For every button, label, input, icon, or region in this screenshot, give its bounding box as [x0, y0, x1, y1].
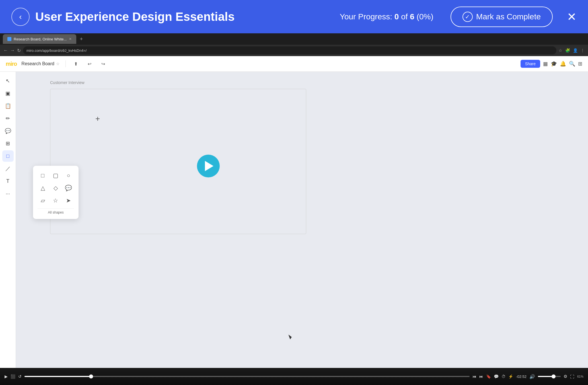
caption-icon[interactable]: 💬	[494, 374, 499, 379]
shape-triangle[interactable]: △	[38, 183, 48, 193]
share-button[interactable]: Share	[521, 60, 540, 68]
new-tab-button[interactable]: +	[77, 36, 85, 42]
pen-tool[interactable]: ✏	[2, 113, 14, 124]
redo-icon[interactable]: ↪	[99, 59, 108, 68]
chapter-next-icon[interactable]: ⏭	[479, 374, 483, 379]
add-content-button[interactable]: +	[95, 114, 100, 123]
nav-bar: ← → ↻ miro.com/app/board/o9J_kvHsDn4=/ ☆…	[0, 45, 588, 56]
shape-rounded[interactable]: ▢	[50, 170, 61, 181]
more-tools[interactable]: ···	[2, 188, 14, 199]
mark-complete-button[interactable]: ✓ Mark as Complete	[451, 7, 553, 27]
browser-chrome: Research Board, Online White... ✕ + ← → …	[0, 33, 588, 56]
play-button[interactable]	[197, 155, 220, 177]
star-icon[interactable]: ☆	[56, 62, 60, 66]
progress-of: of	[401, 12, 410, 21]
progress-fill	[24, 376, 91, 377]
grid-icon[interactable]: ⊞	[578, 61, 582, 67]
menu-icon[interactable]: ⋮	[581, 48, 585, 53]
shape-square[interactable]: □	[38, 170, 48, 181]
miro-logo: miro	[6, 61, 17, 67]
browser-right-icons: ☆ 🧩 👤 ⋮	[559, 48, 585, 53]
timer-icon[interactable]: ⏱	[501, 374, 505, 379]
stop-button[interactable]: ⬛	[11, 374, 15, 379]
time-remaining: -02:52	[516, 374, 527, 379]
shape-arrow[interactable]: ➤	[63, 195, 74, 206]
nav-back-icon[interactable]: ←	[3, 48, 8, 53]
play-pause-button[interactable]: ▶	[5, 374, 8, 379]
progress-text: Your Progress: 0 of 6 (0%)	[340, 12, 433, 21]
progress-label: Your Progress:	[340, 12, 392, 21]
chapter-prev-icon[interactable]: ⏮	[472, 374, 476, 379]
topbar-divider	[65, 60, 66, 67]
url-text: miro.com/app/board/o9J_kvHsDn4=/	[26, 48, 87, 53]
board-name-button[interactable]: Research Board ☆	[21, 61, 60, 66]
url-bar[interactable]: miro.com/app/board/o9J_kvHsDn4=/	[23, 46, 556, 54]
shapes-grid: □ ▢ ○ △ ◇ 💬 ▱ ☆ ➤	[38, 170, 74, 206]
miro-app: miro Research Board ☆ ⬆ ↩ ↪ Share ▦ 🎓 🔔 …	[0, 56, 588, 368]
progress-total: 6	[410, 12, 414, 21]
text-tool[interactable]: T	[2, 175, 14, 187]
shapes-tool[interactable]: □	[2, 150, 14, 162]
comment-tool[interactable]: 💬	[2, 125, 14, 137]
loop-button[interactable]: ↺	[18, 374, 22, 379]
line-tool[interactable]: ／	[2, 163, 14, 174]
profile-icon[interactable]: 👤	[573, 48, 578, 53]
table-tool[interactable]: ⊞	[2, 138, 14, 149]
sticky-tool[interactable]: 📋	[2, 100, 14, 112]
video-frame: +	[50, 89, 306, 234]
bookmark-ctrl-icon[interactable]: 🔖	[486, 374, 491, 379]
video-controls-bar: ▶ ⬛ ↺ ⏮ ⏭ 🔖 💬 ⏱ ⚡ -02:52 🔊 ⚙ ⛶ 61%	[0, 368, 588, 385]
shape-speech[interactable]: 💬	[63, 183, 74, 193]
progress-pct: (0%)	[417, 12, 433, 21]
progress-current: 0	[394, 12, 399, 21]
nav-forward-icon[interactable]: →	[10, 48, 15, 53]
flash-icon[interactable]: ⚡	[508, 374, 513, 379]
shape-star[interactable]: ☆	[50, 195, 61, 206]
zoom-label: 61%	[577, 375, 583, 378]
settings-icon[interactable]: ⚙	[564, 374, 567, 379]
mouse-cursor	[289, 334, 295, 339]
close-icon: ✕	[567, 11, 577, 23]
volume-bar[interactable]	[538, 376, 561, 377]
undo-icon[interactable]: ↩	[85, 59, 94, 68]
video-label: Customer Interview	[50, 80, 85, 85]
course-title: User Experience Design Essentials	[35, 10, 334, 24]
tab-title: Research Board, Online White...	[14, 37, 67, 41]
nav-refresh-icon[interactable]: ↻	[17, 48, 21, 53]
back-button[interactable]: ‹	[11, 8, 30, 26]
bell-icon[interactable]: 🔔	[560, 61, 566, 67]
course-header: ‹ User Experience Design Essentials Your…	[0, 0, 588, 33]
mark-complete-label: Mark as Complete	[476, 12, 541, 21]
volume-icon[interactable]: 🔊	[529, 374, 535, 379]
tab-bar: Research Board, Online White... ✕ +	[0, 33, 588, 45]
bookmark-icon[interactable]: ☆	[559, 48, 562, 53]
all-shapes-label[interactable]: All shapes	[38, 208, 74, 214]
frames-tool[interactable]: ▣	[2, 88, 14, 99]
extension-icon[interactable]: 🧩	[565, 48, 570, 53]
close-button[interactable]: ✕	[567, 10, 577, 23]
miro-topbar-right: Share ▦ 🎓 🔔 🔍 ⊞	[521, 60, 582, 68]
back-icon: ‹	[19, 12, 22, 21]
board-name-text: Research Board	[21, 61, 54, 66]
shape-diamond[interactable]: ◇	[50, 183, 61, 193]
shapes-popup: □ ▢ ○ △ ◇ 💬 ▱ ☆ ➤ All shapes	[33, 166, 79, 219]
video-progress-bar[interactable]	[24, 376, 470, 377]
shape-circle[interactable]: ○	[63, 170, 74, 181]
dashboard-icon[interactable]: ▦	[543, 61, 548, 67]
fullscreen-icon[interactable]: ⛶	[570, 374, 574, 379]
cursor-tool[interactable]: ↖	[2, 75, 14, 87]
tab-favicon	[7, 37, 11, 41]
search-topbar-icon[interactable]: 🔍	[569, 61, 575, 67]
volume-fill	[538, 376, 554, 377]
graduation-icon[interactable]: 🎓	[551, 61, 557, 67]
shape-parallelogram[interactable]: ▱	[38, 195, 48, 206]
share-to-web-icon[interactable]: ⬆	[71, 59, 81, 68]
miro-topbar: miro Research Board ☆ ⬆ ↩ ↪ Share ▦ 🎓 🔔 …	[0, 56, 588, 72]
canvas-area[interactable]: □ ▢ ○ △ ◇ 💬 ▱ ☆ ➤ All shapes Customer In…	[16, 72, 588, 368]
miro-left-sidebar: ↖ ▣ 📋 ✏ 💬 ⊞ □ ／ T ···	[0, 72, 16, 368]
tab-close-button[interactable]: ✕	[69, 37, 72, 41]
active-tab[interactable]: Research Board, Online White... ✕	[3, 34, 76, 44]
check-circle-icon: ✓	[462, 12, 473, 22]
